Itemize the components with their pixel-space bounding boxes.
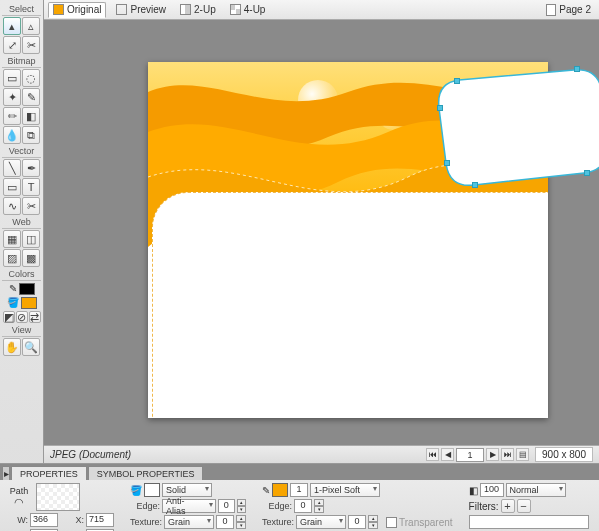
toolbox-section-vector: Vector	[2, 146, 41, 158]
pointer-tool[interactable]: ▴	[3, 17, 21, 35]
fill-texture-spinner[interactable]: ▴▾	[236, 515, 246, 529]
toolbox-section-colors: Colors	[2, 269, 41, 281]
stamp-tool[interactable]: ⧉	[22, 126, 40, 144]
slice-tool[interactable]: ◫	[22, 230, 40, 248]
page-navigator: ⏮ ◀ 1 ▶ ⏭ ▤ 900 x 800	[426, 447, 593, 462]
tab-original[interactable]: Original	[48, 2, 106, 18]
page-indicator-label: Page 2	[559, 4, 591, 15]
first-page-button[interactable]: ⏮	[426, 448, 439, 461]
eraser-tool[interactable]: ◧	[22, 107, 40, 125]
page-indicator[interactable]: Page 2	[542, 4, 595, 16]
selection-handle[interactable]	[574, 66, 580, 72]
object-thumbnail	[36, 483, 80, 511]
stroke-width-field[interactable]: 1	[290, 483, 308, 497]
stroke-texture-spinner[interactable]: ▴▾	[368, 515, 378, 529]
swap-colors-button[interactable]: ⇄	[29, 311, 41, 323]
toolbox: Select ▴ ▵ ⤢ ✂ Bitmap ▭ ◌ ✦ ✎ ✏ ◧ 💧 ⧉ Ve…	[0, 0, 44, 531]
selection-handle[interactable]	[472, 182, 478, 188]
zoom-tool[interactable]: 🔍	[22, 338, 40, 356]
inspector-collapse-button[interactable]: ▸	[2, 466, 10, 480]
tab-2up-label: 2-Up	[194, 4, 216, 15]
fill-texture-dropdown[interactable]: Grain	[164, 515, 214, 529]
toolbox-section-view: View	[2, 325, 41, 337]
fill-color-swatch[interactable]	[21, 297, 37, 309]
rectangle-tool[interactable]: ▭	[3, 178, 21, 196]
brush-tool[interactable]: ✎	[22, 88, 40, 106]
tab-preview-label: Preview	[130, 4, 166, 15]
fill-edge-amount[interactable]: 0	[218, 499, 235, 513]
stroke-edge-amount[interactable]: 0	[294, 499, 312, 513]
tab-properties[interactable]: PROPERTIES	[11, 466, 87, 480]
selection-handle[interactable]	[584, 170, 590, 176]
stroke-texture-amount[interactable]: 0	[348, 515, 366, 529]
add-filter-button[interactable]: +	[501, 499, 515, 513]
marquee-tool[interactable]: ▭	[3, 69, 21, 87]
tab-4up[interactable]: 4-Up	[226, 2, 270, 18]
filters-label: Filters:	[469, 501, 499, 512]
pencil-tool[interactable]: ✏	[3, 107, 21, 125]
stroke-texture-label: Texture:	[262, 517, 294, 527]
last-page-button[interactable]: ⏭	[501, 448, 514, 461]
show-slices-tool[interactable]: ▩	[22, 249, 40, 267]
object-type-label: Path	[4, 486, 34, 496]
next-page-button[interactable]: ▶	[486, 448, 499, 461]
filters-list[interactable]	[469, 515, 589, 529]
lasso-tool[interactable]: ◌	[22, 69, 40, 87]
stroke-edge-label: Edge:	[262, 501, 292, 511]
blend-mode-dropdown[interactable]: Normal	[506, 483, 566, 497]
stroke-texture-dropdown[interactable]: Grain	[296, 515, 346, 529]
original-icon	[53, 4, 64, 15]
canvas-area[interactable]	[44, 20, 599, 445]
stroke-swatch[interactable]	[272, 483, 288, 497]
width-field[interactable]: 366	[30, 513, 58, 527]
selection-handle[interactable]	[454, 78, 460, 84]
default-colors-button[interactable]: ◩	[3, 311, 15, 323]
line-tool[interactable]: ╲	[3, 159, 21, 177]
tab-preview[interactable]: Preview	[112, 2, 170, 18]
magic-wand-tool[interactable]: ✦	[3, 88, 21, 106]
tab-2up[interactable]: 2-Up	[176, 2, 220, 18]
freeform-tool[interactable]: ∿	[3, 197, 21, 215]
inspector-tabs: ▸ PROPERTIES SYMBOL PROPERTIES	[0, 464, 599, 480]
fill-edge-spinner[interactable]: ▴▾	[237, 499, 246, 513]
fill-edge-dropdown[interactable]: Anti-Alias	[162, 499, 216, 513]
stroke-edge-spinner[interactable]: ▴▾	[314, 499, 324, 513]
transparent-checkbox[interactable]	[386, 517, 397, 528]
scale-tool[interactable]: ⤢	[3, 36, 21, 54]
new-page-button[interactable]: ▤	[516, 448, 529, 461]
toolbox-section-bitmap: Bitmap	[2, 56, 41, 68]
text-tool[interactable]: T	[22, 178, 40, 196]
page-number-field[interactable]: 1	[456, 448, 484, 462]
selection-handle[interactable]	[444, 160, 450, 166]
blur-tool[interactable]: 💧	[3, 126, 21, 144]
stroke-color-swatch[interactable]	[19, 283, 35, 295]
stroke-tip-dropdown[interactable]: 1-Pixel Soft	[310, 483, 380, 497]
hand-tool[interactable]: ✋	[3, 338, 21, 356]
knife-tool[interactable]: ✂	[22, 197, 40, 215]
tab-symbol-properties[interactable]: SYMBOL PROPERTIES	[88, 466, 204, 480]
remove-filter-button[interactable]: −	[517, 499, 531, 513]
subselect-tool[interactable]: ▵	[22, 17, 40, 35]
hotspot-tool[interactable]: ▦	[3, 230, 21, 248]
tab-4up-label: 4-Up	[244, 4, 266, 15]
no-color-button[interactable]: ⊘	[16, 311, 28, 323]
path-icon: ◠	[4, 496, 34, 509]
artboard[interactable]	[148, 62, 548, 418]
hide-slices-tool[interactable]: ▨	[3, 249, 21, 267]
stroke-pencil-icon: ✎	[262, 485, 270, 496]
x-field[interactable]: 715	[86, 513, 114, 527]
texture-label: Texture:	[130, 517, 162, 527]
crop-tool[interactable]: ✂	[22, 36, 40, 54]
toolbox-section-web: Web	[2, 217, 41, 229]
opacity-field[interactable]: 100	[480, 483, 504, 497]
fill-type-dropdown[interactable]: Solid	[162, 483, 212, 497]
fill-texture-amount[interactable]: 0	[216, 515, 234, 529]
selection-handle[interactable]	[437, 105, 443, 111]
toolbox-section-select: Select	[2, 4, 41, 16]
pen-tool[interactable]: ✒	[22, 159, 40, 177]
preview-icon	[116, 4, 127, 15]
fill-group: 🪣 Solid Edge: Anti-Alias 0 ▴▾ Texture: G…	[130, 483, 246, 529]
prev-page-button[interactable]: ◀	[441, 448, 454, 461]
opacity-icon: ◧	[469, 485, 478, 496]
fill-swatch[interactable]	[144, 483, 160, 497]
